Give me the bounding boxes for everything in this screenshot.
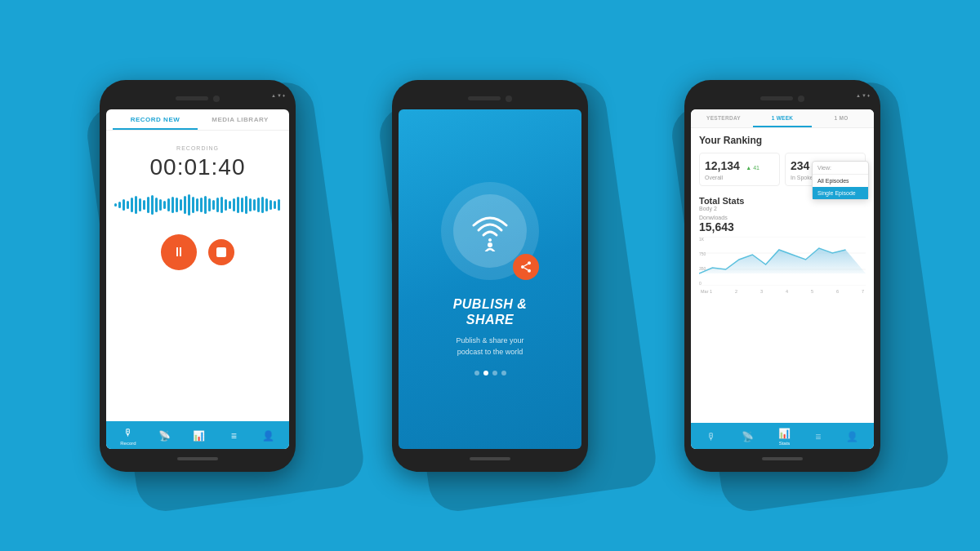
- record-controls: ⏸: [106, 234, 289, 270]
- pause-button[interactable]: ⏸: [161, 234, 197, 270]
- wave-bar: [180, 199, 182, 211]
- phone3-speaker: [760, 96, 793, 100]
- phone1-camera: [213, 96, 220, 102]
- stop-button[interactable]: [208, 239, 234, 265]
- outer-circle: [441, 182, 539, 280]
- wave-bar: [192, 197, 194, 213]
- pause-icon: ⏸: [172, 245, 185, 260]
- wave-bar: [188, 194, 190, 216]
- snav-menu[interactable]: ≡: [815, 431, 821, 442]
- overall-change: ▲ 41: [746, 165, 760, 171]
- dot-1[interactable]: [474, 371, 479, 375]
- tab-1month[interactable]: 1 MO: [812, 109, 871, 127]
- wave-bar: [143, 200, 145, 210]
- phone1: ▲▼♦ RECORD NEW MEDIA LIBRARY RECORDING 0…: [100, 80, 296, 472]
- overall-value: 12,134: [705, 159, 740, 172]
- phone1-speaker: [176, 96, 208, 100]
- phone1-status: ▲▼♦: [271, 93, 286, 98]
- phone2-wrapper: PUBLISH &SHARE Publish & share yourpodca…: [351, 31, 629, 521]
- tab-record-new[interactable]: RECORD NEW: [113, 109, 198, 130]
- profile-icon: 👤: [262, 429, 275, 442]
- snav-record[interactable]: 🎙: [706, 431, 716, 442]
- wave-bar: [131, 198, 133, 212]
- home-button[interactable]: [177, 457, 218, 460]
- dropdown-single-episode[interactable]: Single Episode: [813, 187, 868, 199]
- wave-bar: [241, 198, 243, 212]
- wave-bar: [163, 201, 166, 209]
- view-dropdown[interactable]: View: All Episodes Single Episode: [812, 161, 869, 200]
- wave-bar: [167, 198, 170, 211]
- nav-profile[interactable]: 👤: [262, 429, 275, 442]
- phone2-screen: PUBLISH &SHARE Publish & share yourpodca…: [399, 109, 581, 449]
- wave-bar: [151, 195, 154, 215]
- dropdown-header: View:: [813, 162, 868, 175]
- phone2: PUBLISH &SHARE Publish & share yourpodca…: [392, 80, 588, 472]
- snav-profile-icon: 👤: [846, 431, 858, 442]
- phone2-camera: [506, 96, 512, 102]
- snav-stats-label: Stats: [779, 441, 791, 446]
- publish-subtitle: Publish & share yourpodcast to the world: [456, 335, 523, 358]
- overall-label: Overall: [705, 175, 774, 180]
- phone3: ▲▼♦ YESTERDAY 1 WEEK 1 MO Your Ranking 1…: [684, 80, 880, 472]
- nav-record-label: Record: [120, 441, 136, 446]
- phone1-wrapper: ▲▼♦ RECORD NEW MEDIA LIBRARY RECORDING 0…: [59, 31, 336, 521]
- phone3-wrapper: ▲▼♦ YESTERDAY 1 WEEK 1 MO Your Ranking 1…: [644, 31, 921, 521]
- wave-bar: [274, 201, 276, 209]
- home-button-3[interactable]: [762, 457, 803, 460]
- wave-bar: [225, 199, 227, 211]
- wave-bar: [155, 198, 158, 212]
- phone3-screen: YESTERDAY 1 WEEK 1 MO Your Ranking 12,13…: [691, 109, 874, 449]
- wave-bar: [278, 199, 280, 211]
- nav-menu[interactable]: ≡: [227, 429, 240, 442]
- dropdown-all-episodes[interactable]: All Episodes: [813, 175, 868, 187]
- downloads-value: 15,643: [699, 220, 866, 233]
- svg-point-2: [521, 265, 524, 269]
- wave-bar: [200, 198, 203, 212]
- record-navbar: 🎙 Record 📡 📊 ≡ 👤: [106, 421, 289, 449]
- menu-icon: ≡: [227, 429, 240, 442]
- waveform: [114, 190, 281, 220]
- nav-record[interactable]: 🎙 Record: [120, 426, 136, 446]
- wave-bar: [253, 199, 256, 211]
- wave-bar: [147, 197, 149, 213]
- wave-bar: [233, 198, 235, 211]
- nav-stats[interactable]: 📊: [193, 429, 206, 442]
- tab-yesterday[interactable]: YESTERDAY: [694, 109, 753, 127]
- dot-2[interactable]: [483, 371, 488, 375]
- nav-podcast[interactable]: 📡: [158, 429, 171, 442]
- wave-bar: [229, 201, 231, 209]
- record-timer: 00:01:40: [106, 154, 289, 180]
- downloads-label: Donwloads: [699, 215, 866, 220]
- chart-container: 1K 750 350 0 Mar 1234567: [699, 237, 866, 294]
- tab-media-library[interactable]: MEDIA LIBRARY: [198, 109, 283, 130]
- phone2-bottom: [399, 452, 581, 465]
- overall-card: 12,134 ▲ 41 Overall: [699, 153, 780, 186]
- phone3-bottom: [691, 452, 874, 465]
- dot-3[interactable]: [492, 371, 497, 375]
- snav-profile[interactable]: 👤: [846, 431, 858, 442]
- dot-4[interactable]: [501, 371, 506, 375]
- wave-bar: [261, 197, 264, 213]
- stats-navbar: 🎙 📡 📊 Stats ≡ 👤: [691, 423, 874, 449]
- wave-bar: [204, 196, 207, 214]
- phone2-speaker: [468, 96, 501, 100]
- record-tabs: RECORD NEW MEDIA LIBRARY: [106, 109, 289, 131]
- wave-bar: [220, 197, 223, 213]
- phone3-camera: [798, 96, 804, 102]
- inner-circle: [453, 194, 527, 268]
- snav-podcast[interactable]: 📡: [742, 431, 754, 442]
- broadcast-icon: 📡: [158, 429, 171, 442]
- phone1-screen: RECORD NEW MEDIA LIBRARY RECORDING 00:01…: [106, 109, 289, 449]
- wave-bar: [270, 200, 272, 210]
- wave-bar: [172, 197, 174, 213]
- tab-1week[interactable]: 1 WEEK: [753, 109, 812, 127]
- svg-line-5: [524, 264, 528, 266]
- svg-point-1: [528, 261, 531, 264]
- home-button-2[interactable]: [470, 457, 510, 460]
- microphone-icon: 🎙: [122, 426, 135, 439]
- wave-bar: [257, 198, 260, 212]
- wave-bar: [118, 202, 121, 208]
- stats-icon: 📊: [193, 429, 206, 442]
- snav-stats[interactable]: 📊 Stats: [778, 428, 791, 446]
- stop-icon: [216, 247, 226, 257]
